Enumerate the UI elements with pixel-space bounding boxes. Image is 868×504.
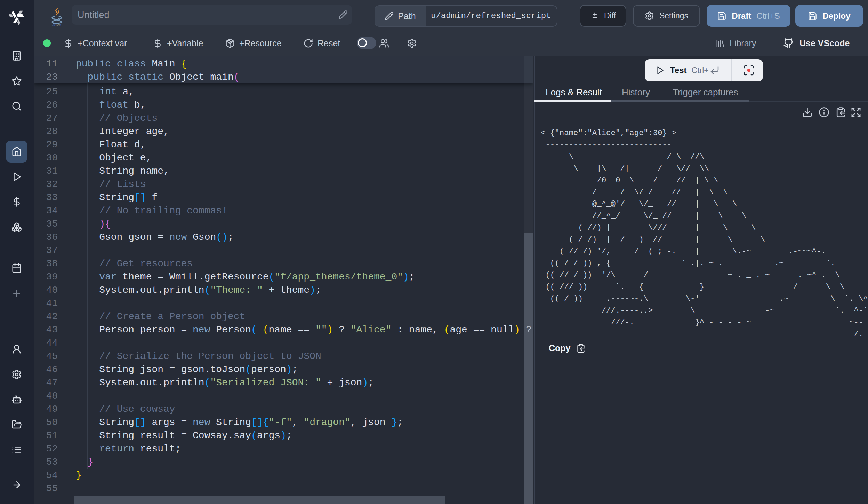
svg-text:Java: Java	[52, 23, 61, 27]
